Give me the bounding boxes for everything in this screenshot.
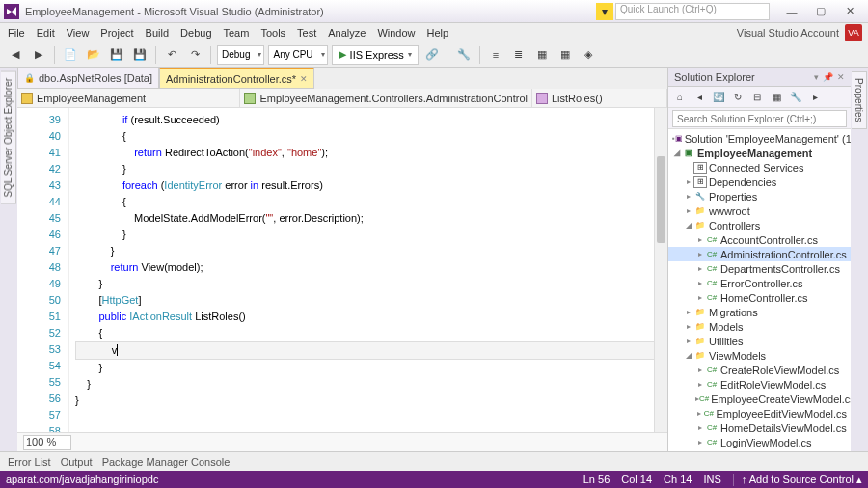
tree-node[interactable]: ▸C#DepartmentsController.cs (668, 261, 851, 276)
tree-twisty-icon[interactable]: ◢ (684, 221, 693, 230)
sol-preview-button[interactable]: ▸ (807, 90, 823, 105)
tree-node[interactable]: ◢📁ViewModels (668, 348, 851, 363)
tree-twisty-icon[interactable]: ▸ (695, 423, 705, 432)
config-combo[interactable]: Debug (217, 45, 264, 65)
tree-twisty-icon[interactable]: ▸ (684, 337, 693, 345)
vscrollbar[interactable] (654, 108, 667, 432)
save-button[interactable]: 💾 (107, 45, 126, 65)
tree-twisty-icon[interactable]: ▸ (695, 264, 705, 273)
tree-node[interactable]: ▸C#EditRoleViewModel.cs (668, 377, 851, 392)
close-button[interactable]: ✕ (835, 2, 864, 21)
bottom-tab[interactable]: Output (61, 456, 93, 468)
menu-view[interactable]: View (67, 27, 90, 39)
tree-node[interactable]: ▸🔧Properties (668, 189, 851, 203)
tree-twisty-icon[interactable]: ◢ (672, 149, 682, 157)
sol-refresh-button[interactable]: ↻ (730, 90, 746, 105)
tree-node[interactable]: ▪▣Solution 'EmployeeManagement' (1 pro (668, 131, 851, 146)
sol-home-button[interactable]: ⌂ (672, 90, 688, 105)
tree-twisty-icon[interactable]: ▸ (695, 235, 705, 244)
tree-twisty-icon[interactable]: ▸ (684, 206, 693, 215)
zoom-combo[interactable]: 100 % (23, 435, 71, 450)
menu-analyze[interactable]: Analyze (328, 27, 366, 39)
nav-project[interactable]: EmployeeManagement (17, 89, 240, 107)
menu-build[interactable]: Build (146, 27, 169, 39)
tree-twisty-icon[interactable]: ▸ (695, 279, 705, 287)
comment-button[interactable]: ▦ (532, 45, 552, 65)
redo-button[interactable]: ↷ (185, 45, 204, 65)
tree-node[interactable]: ▸C#HomeController.cs (668, 290, 851, 305)
sol-collapse-button[interactable]: ⊟ (749, 90, 765, 105)
sol-properties-button[interactable]: 🔧 (788, 90, 803, 105)
tree-node[interactable]: ▸C#ErrorController.cs (668, 276, 851, 290)
uncomment-button[interactable]: ▦ (556, 45, 575, 65)
properties-tab[interactable]: Properties (852, 71, 867, 129)
bottom-tab[interactable]: Package Manager Console (102, 456, 231, 468)
panel-close-icon[interactable]: ✕ (837, 72, 845, 82)
nav-member[interactable]: ListRoles() (532, 89, 667, 107)
vscroll-thumb[interactable] (657, 156, 665, 243)
panel-dropdown-icon[interactable]: ▾ (814, 72, 819, 82)
menu-debug[interactable]: Debug (180, 27, 211, 39)
open-button[interactable]: 📂 (84, 45, 103, 65)
tree-node[interactable]: ▸C#AdministrationController.cs (668, 247, 851, 261)
tree-twisty-icon[interactable]: ▸ (684, 322, 693, 331)
tree-twisty-icon[interactable]: ▸ (695, 366, 705, 374)
solution-tree[interactable]: ▪▣Solution 'EmployeeManagement' (1 pro◢▣… (668, 129, 851, 451)
sql-explorer-tab[interactable]: SQL Server Object Explorer (1, 71, 16, 204)
add-source-control[interactable]: ↑ Add to Source Control ▴ (733, 474, 862, 486)
close-icon[interactable]: ✕ (300, 74, 308, 84)
notification-icon[interactable]: ▾ (596, 3, 613, 20)
tree-twisty-icon[interactable]: ▸ (695, 409, 703, 418)
tree-node[interactable]: ▸C#RegisterViewModel.cs (668, 449, 851, 451)
format-button2[interactable]: ≣ (509, 45, 529, 65)
tree-twisty-icon[interactable]: ▸ (695, 250, 705, 258)
new-project-button[interactable]: 📄 (61, 45, 80, 65)
tree-twisty-icon[interactable]: ▸ (684, 177, 693, 186)
nav-back-button[interactable]: ◀ (6, 45, 25, 65)
tree-twisty-icon[interactable]: ▸ (695, 438, 705, 447)
toolbox-button[interactable]: 🔧 (454, 45, 474, 65)
tree-node[interactable]: ▸C#EmployeeCreateViewModel.cs (668, 392, 851, 406)
tree-twisty-icon[interactable]: ▸ (684, 192, 693, 201)
menu-tools[interactable]: Tools (260, 27, 285, 39)
code-editor[interactable]: 3940414243444546474849505152535455565758… (17, 108, 667, 432)
tree-node[interactable]: ▸📁Migrations (668, 305, 851, 319)
platform-combo[interactable]: Any CPU (268, 45, 327, 65)
tree-node[interactable]: ▸C#CreateRoleViewModel.cs (668, 363, 851, 377)
tree-node[interactable]: ▸📁Utilities (668, 334, 851, 348)
sol-sync-button[interactable]: 🔄 (711, 90, 726, 105)
menu-project[interactable]: Project (100, 27, 133, 39)
solution-search-input[interactable] (672, 110, 847, 127)
save-all-button[interactable]: 💾 (130, 45, 149, 65)
nav-fwd-button[interactable]: ▶ (29, 45, 48, 65)
bottom-tab[interactable]: Error List (8, 456, 51, 468)
tree-twisty-icon[interactable]: ◢ (684, 351, 693, 360)
tree-node[interactable]: ▸⊞Dependencies (668, 175, 851, 189)
tree-node[interactable]: ▸C#LoginViewModel.cs (668, 435, 851, 449)
format-button1[interactable]: ≡ (486, 45, 505, 65)
sol-showall-button[interactable]: ▦ (769, 90, 784, 105)
tree-node[interactable]: ▸C#AccountController.cs (668, 232, 851, 247)
tree-node[interactable]: ▸📁wwwroot (668, 203, 851, 218)
menu-team[interactable]: Team (224, 27, 250, 39)
tree-twisty-icon[interactable]: ▸ (684, 308, 693, 316)
bookmark-button[interactable]: ◈ (579, 45, 598, 65)
tree-node[interactable]: ⊞Connected Services (668, 160, 851, 175)
avatar[interactable]: VA (845, 24, 862, 41)
tree-node[interactable]: ▸C#HomeDetailsViewModel.cs (668, 420, 851, 435)
sol-back-button[interactable]: ◂ (692, 90, 707, 105)
doctab[interactable]: 🔒dbo.AspNetRoles [Data] (17, 68, 159, 89)
menu-window[interactable]: Window (377, 27, 415, 39)
menu-edit[interactable]: Edit (37, 27, 55, 39)
tree-node[interactable]: ◢▣EmployeeManagement (668, 146, 851, 160)
account-label[interactable]: Visual Studio Account (737, 27, 839, 39)
panel-pin-icon[interactable]: 📌 (823, 72, 833, 82)
tree-twisty-icon[interactable]: ▸ (695, 293, 705, 302)
tree-node[interactable]: ▸C#EmployeeEditViewModel.cs (668, 406, 851, 420)
menu-test[interactable]: Test (297, 27, 316, 39)
start-debug-button[interactable]: ▶IIS Express▾ (332, 45, 419, 65)
tree-node[interactable]: ▸📁Models (668, 319, 851, 334)
doctab[interactable]: AdministrationController.cs*✕ (159, 68, 314, 89)
maximize-button[interactable]: ▢ (806, 2, 835, 21)
quick-launch-input[interactable]: Quick Launch (Ctrl+Q) (615, 3, 770, 20)
